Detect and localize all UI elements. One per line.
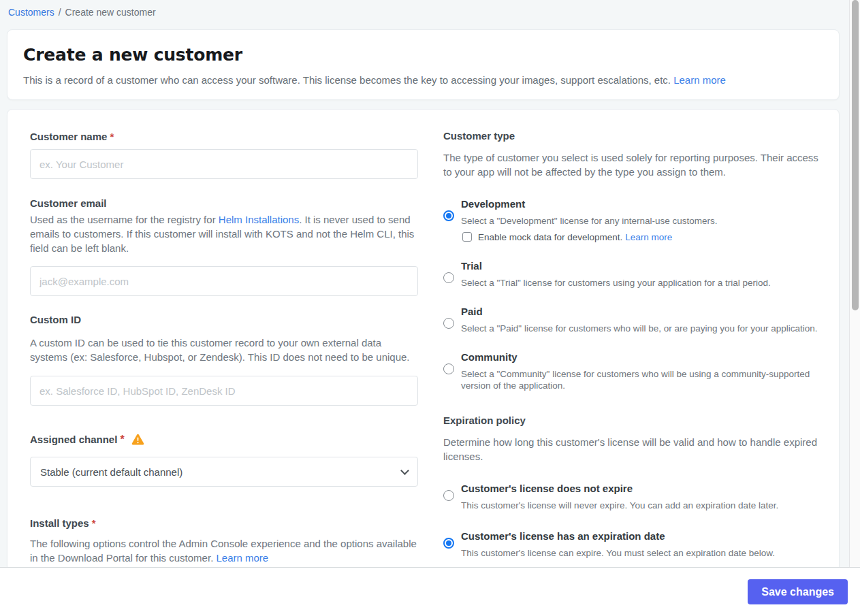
install-types-label: Install types* [30, 517, 418, 530]
customer-form-card: Customer name* Customer email Used as th… [7, 109, 840, 579]
page-description-text: This is a record of a customer who can a… [23, 74, 671, 86]
page-scrollbar-thumb[interactable] [852, 0, 859, 310]
page-scrollbar-track[interactable] [849, 0, 860, 568]
chevron-down-icon [400, 466, 409, 475]
customer-name-input[interactable] [30, 149, 418, 179]
helm-installations-link[interactable]: Helm Installations [219, 214, 299, 225]
expiration-policy-label: Expiration policy [443, 415, 826, 426]
radio-icon[interactable] [443, 318, 454, 329]
form-right-column: Customer type The type of customer you s… [443, 130, 826, 578]
breadcrumb-current: Create new customer [65, 7, 156, 18]
radio-icon[interactable] [443, 363, 454, 374]
option-description: Select a "Community" license for custome… [461, 368, 826, 391]
customer-type-description: The type of customer you select is used … [443, 150, 826, 179]
customer-email-group: Customer email Used as the username for … [30, 197, 418, 296]
customer-email-label: Customer email [30, 197, 418, 210]
install-types-label-text: Install types [30, 517, 89, 529]
header-learn-more-link[interactable]: Learn more [673, 74, 726, 86]
option-title[interactable]: Paid [461, 305, 818, 319]
breadcrumb: Customers/Create new customer [8, 7, 156, 18]
expiration-option-has-date: Customer's license has an expiration dat… [443, 530, 826, 559]
option-title[interactable]: Community [461, 351, 826, 364]
option-title[interactable]: Trial [461, 259, 771, 273]
mock-data-label-text: Enable mock data for development. [478, 232, 622, 242]
warning-icon [131, 434, 144, 445]
install-types-group: Install types* The following options con… [30, 517, 418, 565]
option-description: This customer's license will never expir… [461, 500, 778, 511]
customer-name-label: Customer name* [30, 130, 418, 143]
page-title: Create a new customer [23, 45, 823, 65]
customer-name-label-text: Customer name [30, 131, 107, 142]
option-description: Select a "Trial" license for customers u… [461, 277, 771, 289]
install-types-learn-more-link[interactable]: Learn more [216, 552, 268, 564]
customer-type-option-trial: Trial Select a "Trial" license for custo… [443, 259, 826, 289]
customer-email-description: Used as the username for the registry fo… [30, 212, 418, 255]
option-title[interactable]: Customer's license does not expire [461, 482, 778, 496]
form-left-column: Customer name* Customer email Used as th… [30, 130, 418, 578]
expiration-policy-description: Determine how long this customer's licen… [443, 435, 826, 464]
customer-type-label: Customer type [443, 130, 826, 142]
option-description: This customer's license can expire. You … [461, 547, 775, 559]
customer-email-input[interactable] [30, 266, 418, 296]
option-title[interactable]: Development [461, 197, 718, 211]
breadcrumb-separator: / [59, 7, 61, 18]
customer-type-option-paid: Paid Select a "Paid" license for custome… [443, 305, 826, 334]
required-asterisk: * [120, 434, 124, 446]
option-description: Select a "Paid" license for customers wh… [461, 323, 818, 334]
selected-radio-icon[interactable] [443, 538, 454, 549]
expiration-policy-section: Expiration policy Determine how long thi… [443, 415, 826, 559]
assigned-channel-select[interactable]: Stable (current default channel) [30, 457, 418, 487]
form-footer-bar: Save changes [0, 567, 860, 616]
page-header-card: Create a new customer This is a record o… [7, 29, 840, 100]
checkbox-icon[interactable] [462, 232, 472, 242]
save-changes-button[interactable]: Save changes [748, 579, 848, 604]
custom-id-input[interactable] [30, 376, 418, 406]
mock-data-checkbox-label: Enable mock data for development. Learn … [478, 231, 672, 243]
create-customer-page: Customers/Create new customer Create a n… [0, 0, 860, 616]
required-asterisk: * [92, 517, 96, 529]
option-title[interactable]: Customer's license has an expiration dat… [461, 530, 775, 543]
page-description: This is a record of a customer who can a… [23, 73, 823, 87]
custom-id-label: Custom ID [30, 313, 418, 326]
customer-email-desc-pre: Used as the username for the registry fo… [30, 214, 219, 225]
assigned-channel-group: Assigned channel * Stable (current defau… [30, 433, 418, 487]
customer-type-option-development: Development Select a "Development" licen… [443, 197, 826, 243]
custom-id-description: A custom ID can be used to tie this cust… [30, 336, 418, 364]
assigned-channel-label: Assigned channel [30, 433, 117, 446]
install-types-description: The following options control the Admin … [30, 536, 418, 565]
required-asterisk: * [110, 131, 114, 142]
customer-type-option-community: Community Select a "Community" license f… [443, 351, 826, 391]
option-description: Select a "Development" license for any i… [461, 215, 718, 227]
customer-name-group: Customer name* [30, 130, 418, 179]
radio-icon[interactable] [443, 490, 454, 501]
assigned-channel-selected-value: Stable (current default channel) [40, 466, 182, 478]
radio-icon[interactable] [443, 272, 454, 283]
expiration-option-no-expire: Customer's license does not expire This … [443, 482, 826, 511]
mock-data-learn-more-link[interactable]: Learn more [625, 232, 672, 242]
selected-radio-icon[interactable] [443, 210, 454, 221]
breadcrumb-customers-link[interactable]: Customers [8, 7, 54, 18]
custom-id-group: Custom ID A custom ID can be used to tie… [30, 313, 418, 406]
mock-data-checkbox-row: Enable mock data for development. Learn … [462, 231, 718, 243]
